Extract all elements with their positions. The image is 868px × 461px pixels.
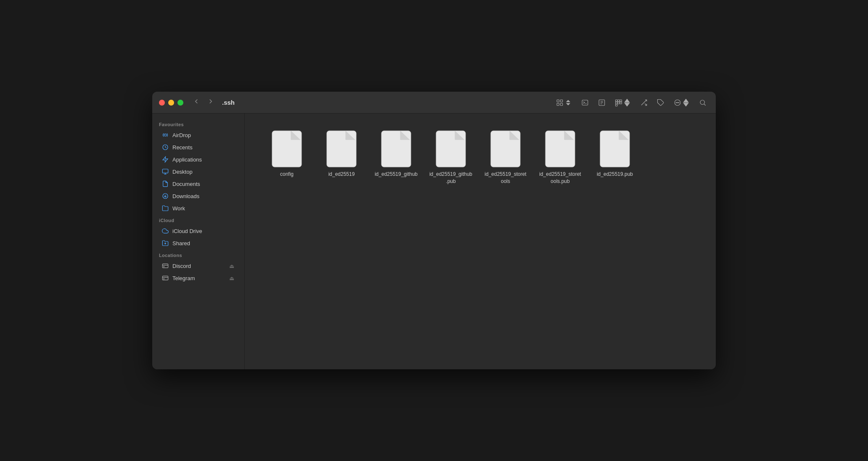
downloads-icon (161, 192, 169, 200)
share-button[interactable] (638, 97, 650, 108)
file-item-id-ed25519-storetools-pub[interactable]: id_ed25519_storetools.pub (535, 126, 585, 189)
file-name-id-ed25519-storetools-pub: id_ed25519_storetools.pub (538, 171, 582, 185)
sidebar-item-discord[interactable]: Discord ⏏ (155, 260, 242, 272)
terminal-button[interactable] (579, 97, 591, 108)
work-folder-icon (161, 204, 169, 212)
sidebar-item-downloads[interactable]: Downloads (155, 190, 242, 202)
sidebar-item-telegram-label: Telegram (172, 275, 195, 281)
finder-window: .ssh (152, 92, 716, 369)
file-icon-id-ed25519-pub (600, 130, 630, 167)
svg-rect-14 (618, 102, 620, 104)
svg-rect-12 (620, 100, 622, 102)
file-name-id-ed25519: id_ed25519 (328, 171, 355, 178)
search-button[interactable] (696, 97, 709, 108)
more-button[interactable] (671, 97, 692, 108)
svg-point-23 (676, 102, 677, 103)
sidebar: Favourites AirDrop (152, 114, 245, 369)
desktop-icon (161, 168, 169, 175)
sidebar-item-icloud-drive[interactable]: iCloud Drive (155, 225, 242, 237)
sidebar-item-documents-label: Documents (172, 181, 200, 187)
svg-rect-10 (616, 100, 618, 102)
svg-rect-41 (272, 131, 302, 167)
svg-line-29 (704, 104, 705, 105)
discord-drive-icon (161, 262, 169, 270)
svg-rect-13 (616, 102, 618, 104)
file-item-id-ed25519-github[interactable]: id_ed25519_github (371, 126, 421, 189)
svg-rect-32 (162, 169, 168, 173)
file-icon-id-ed25519 (326, 130, 357, 167)
svg-rect-44 (436, 131, 466, 167)
svg-point-30 (164, 134, 166, 136)
sidebar-item-desktop-label: Desktop (172, 169, 193, 175)
file-icon-id-ed25519-storetools-pub (545, 130, 575, 167)
favourites-section-label: Favourites (152, 119, 244, 129)
minimize-button[interactable] (168, 100, 174, 106)
svg-line-20 (645, 103, 647, 106)
sidebar-item-telegram[interactable]: Telegram ⏏ (155, 272, 242, 284)
file-icon-config (272, 130, 302, 167)
file-name-id-ed25519-github-pub: id_ed25519_github.pub (429, 171, 473, 185)
icloud-drive-icon (161, 227, 169, 235)
svg-rect-15 (620, 102, 622, 104)
svg-rect-46 (545, 131, 575, 167)
file-item-config[interactable]: config (262, 126, 312, 189)
sidebar-item-documents[interactable]: Documents (155, 178, 242, 190)
recents-icon (161, 143, 169, 151)
sidebar-item-discord-label: Discord (172, 263, 191, 269)
svg-rect-47 (600, 131, 630, 167)
svg-rect-1 (561, 100, 563, 102)
content-area: config id_ed25519 (245, 114, 716, 369)
file-icon-id-ed25519-storetools (490, 130, 521, 167)
svg-rect-0 (557, 100, 559, 102)
tag-button[interactable] (654, 97, 667, 108)
view-toggle-button[interactable] (553, 97, 574, 108)
back-button[interactable] (190, 97, 203, 108)
discord-eject-button[interactable]: ⏏ (228, 263, 235, 269)
sidebar-item-recents[interactable]: Recents (155, 141, 242, 153)
telegram-eject-button[interactable]: ⏏ (228, 275, 235, 281)
svg-rect-42 (327, 131, 356, 167)
svg-marker-17 (625, 99, 629, 102)
sidebar-item-icloud-drive-label: iCloud Drive (172, 228, 202, 234)
documents-icon (161, 180, 169, 188)
sidebar-item-recents-label: Recents (172, 144, 193, 151)
airdrop-icon (161, 131, 169, 139)
forward-button[interactable] (204, 97, 217, 108)
sidebar-item-applications[interactable]: Applications (155, 154, 242, 165)
shared-icon (161, 239, 169, 247)
sidebar-item-shared[interactable]: Shared (155, 237, 242, 249)
arrange-button[interactable] (612, 97, 633, 108)
svg-rect-43 (381, 131, 411, 167)
titlebar: .ssh (152, 92, 716, 114)
file-item-id-ed25519-pub[interactable]: id_ed25519.pub (590, 126, 640, 189)
svg-point-40 (164, 278, 164, 279)
traffic-lights (159, 100, 183, 106)
file-item-id-ed25519-github-pub[interactable]: id_ed25519_github.pub (426, 126, 476, 189)
file-name-id-ed25519-github: id_ed25519_github (375, 171, 418, 178)
file-icon-id-ed25519-github (381, 130, 411, 167)
locations-section-label: Locations (152, 249, 244, 260)
svg-marker-27 (684, 103, 688, 106)
sidebar-item-work[interactable]: Work (155, 202, 242, 214)
sidebar-item-airdrop[interactable]: AirDrop (155, 129, 242, 141)
applications-icon (161, 156, 169, 163)
file-item-id-ed25519-storetools[interactable]: id_ed25519_storetools (480, 126, 531, 189)
svg-rect-3 (561, 103, 563, 105)
file-icon-id-ed25519-github-pub (436, 130, 466, 167)
file-item-id-ed25519[interactable]: id_ed25519 (316, 126, 367, 189)
sidebar-item-desktop[interactable]: Desktop (155, 166, 242, 178)
icloud-section-label: iCloud (152, 215, 244, 225)
file-name-config: config (280, 171, 294, 178)
folder-title: .ssh (222, 99, 553, 106)
telegram-drive-icon (161, 274, 169, 282)
sidebar-item-airdrop-label: AirDrop (172, 132, 191, 138)
nav-buttons (190, 97, 217, 108)
close-button[interactable] (159, 100, 165, 106)
sidebar-item-work-label: Work (172, 205, 185, 212)
maximize-button[interactable] (177, 100, 183, 106)
svg-rect-2 (557, 103, 559, 105)
svg-rect-11 (618, 100, 620, 102)
quick-look-button[interactable] (595, 97, 608, 108)
main-area: Favourites AirDrop (152, 114, 716, 369)
svg-point-24 (677, 102, 678, 103)
